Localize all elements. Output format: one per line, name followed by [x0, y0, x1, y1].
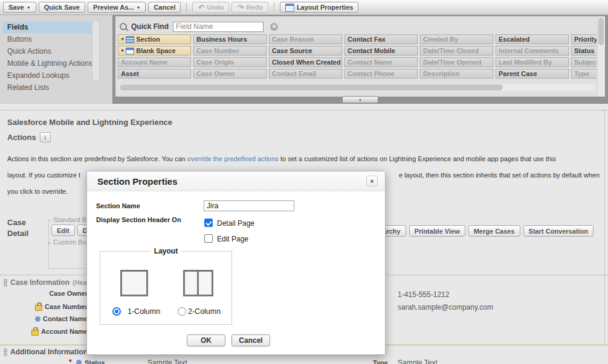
chevron-up-icon: ▲: [358, 98, 362, 101]
plus-icon: +: [121, 48, 124, 54]
sidebar-item-fields[interactable]: Fields: [2, 22, 95, 33]
toolbar: Save▼ Quick Save Preview As...▼ Cancel ↶…: [0, 0, 608, 15]
sidebar-item-buttons[interactable]: Buttons: [2, 34, 95, 45]
sidebar-item-expanded-lookups[interactable]: Expanded Lookups: [2, 70, 95, 81]
sample-phone-value: 1-415-555-1212: [398, 290, 449, 299]
override-predefined-actions-link[interactable]: override the predefined actions: [187, 155, 279, 162]
palette-item[interactable]: Escalated: [496, 34, 569, 44]
required-marker: *: [69, 358, 72, 364]
palette-item[interactable]: Contact Mobile: [344, 46, 418, 56]
sidebar-item-related-lists[interactable]: Related Lists: [2, 82, 95, 94]
palette-grid: +Section +Blank Space Account Name Asset…: [118, 34, 597, 80]
one-column-preview: [120, 270, 148, 296]
scrollbar-thumb[interactable]: [120, 85, 503, 91]
palette-item[interactable]: Business Hours: [193, 34, 267, 44]
palette-item: Case Reason: [269, 34, 342, 44]
dialog-header[interactable]: Section Properties ×: [87, 171, 385, 191]
preview-as-button[interactable]: Preview As...▼: [88, 2, 146, 13]
search-icon: [120, 23, 127, 30]
sample-email-value: sarah.sample@company.com: [398, 303, 493, 311]
palette-item[interactable]: Case Source: [269, 46, 342, 56]
field-dot-icon: [35, 316, 40, 322]
palette-column: Case Reason Case Source Closed When Crea…: [269, 34, 342, 80]
palette-item: Contact Email: [269, 69, 342, 78]
sidebar-item-mobile-lightning-actions[interactable]: Mobile & Lightning Actions: [2, 58, 95, 69]
printable-view-button[interactable]: Printable View: [409, 225, 465, 237]
dialog-cancel-button[interactable]: Cancel: [231, 334, 270, 346]
two-column-label: 2-Column: [188, 307, 221, 316]
section-name-input[interactable]: [204, 200, 294, 211]
palette-item[interactable]: Parent Case: [496, 69, 569, 78]
close-icon[interactable]: ×: [366, 176, 378, 187]
palette-item: Type: [571, 69, 597, 78]
field-dot-icon: [76, 360, 82, 364]
palette-column: +Section +Blank Space Account Name Asset: [118, 34, 191, 80]
blank-space-icon: [126, 48, 134, 54]
cancel-button[interactable]: Cancel: [148, 2, 181, 13]
palette-sidebar: Fields Buttons Quick Actions Mobile & Li…: [0, 14, 112, 104]
palette-item[interactable]: Contact Fax: [344, 34, 418, 44]
palette-item[interactable]: Status: [571, 46, 597, 56]
palette-body: Quick Find ✕ +Section +Blank Space Accou…: [115, 16, 605, 97]
plus-icon: +: [121, 37, 124, 42]
type-field-label: Type: [373, 359, 388, 364]
info-icon[interactable]: i: [40, 132, 51, 142]
palette-item[interactable]: Closed When Created: [269, 57, 342, 67]
layout-fieldset: Layout 1-Column 2-Column: [100, 251, 232, 325]
clear-search-icon[interactable]: ✕: [270, 23, 278, 31]
palette-item: Contact Name: [344, 57, 418, 67]
quick-find-input[interactable]: [173, 22, 264, 32]
palette-collapse-handle[interactable]: ▲: [342, 96, 378, 103]
palette-item[interactable]: Priority: [571, 34, 597, 44]
detail-page-checkbox[interactable]: [204, 219, 213, 227]
palette-item[interactable]: Asset: [118, 69, 191, 78]
case-detail-title: Case Detail: [7, 217, 28, 239]
actions-note-line2-left: layout. If you customize t: [7, 171, 80, 179]
palette-item-section[interactable]: +Section: [118, 34, 191, 44]
layout-legend: Layout: [150, 247, 181, 255]
palette-vertical-scrollbar[interactable]: [597, 16, 605, 97]
drag-handle-icon[interactable]: [4, 348, 7, 356]
one-column-radio[interactable]: [112, 307, 121, 316]
palette-item: Created By: [420, 34, 493, 44]
edit-page-checkbox[interactable]: [204, 234, 213, 243]
palette-horizontal-scrollbar[interactable]: [118, 84, 597, 91]
scrollbar-thumb[interactable]: [598, 18, 604, 45]
additional-information-header[interactable]: Additional Information: [4, 348, 88, 356]
page-layout-editor: { "toolbar": { "save": "Save","quick_sav…: [0, 0, 608, 364]
palette-column: Priority Status Subject Type: [571, 34, 597, 80]
save-button[interactable]: Save▼: [3, 2, 36, 13]
case-information-title: Case Information: [10, 278, 70, 287]
palette-item: Case Number: [193, 46, 267, 56]
sidebar-item-quick-actions[interactable]: Quick Actions: [2, 46, 95, 57]
chevron-down-icon: ▼: [27, 5, 31, 10]
palette-item-blank-space[interactable]: +Blank Space: [118, 46, 191, 56]
layout-properties-button[interactable]: Layout Properties: [280, 2, 359, 13]
canvas-right-border: [604, 110, 605, 345]
palette-item: Contact Phone: [344, 69, 418, 78]
palette-column: Created By Date/Time Closed Date/Time Op…: [420, 34, 493, 80]
palette-panel: Fields Buttons Quick Actions Mobile & Li…: [0, 14, 608, 104]
drag-handle-icon[interactable]: [4, 279, 7, 287]
field-case-number[interactable]: Case Number: [4, 302, 88, 311]
canvas-top-border: [0, 110, 608, 110]
palette-frame: Quick Find ✕ +Section +Blank Space Accou…: [112, 14, 608, 104]
field-case-owner[interactable]: Case Owner: [4, 290, 88, 297]
field-account-name[interactable]: Account Name: [4, 327, 88, 336]
palette-item: Case Owner: [193, 69, 267, 78]
palette-item: Account Name: [118, 57, 191, 67]
sidebar-scrollbar[interactable]: [92, 21, 100, 81]
edit-page-label: Edit Page: [217, 235, 248, 243]
redo-icon: ↷: [237, 4, 244, 11]
palette-item: Description: [420, 69, 493, 78]
toolbar-divider: [274, 2, 274, 12]
merge-cases-button[interactable]: Merge Cases: [468, 225, 520, 237]
edit-button[interactable]: Edit: [51, 225, 75, 236]
start-conversation-button[interactable]: Start Conversation: [523, 225, 593, 237]
two-column-radio[interactable]: [178, 307, 186, 316]
ok-button[interactable]: OK: [187, 334, 225, 346]
actions-note-line2-right: e layout, then this section inherits tha…: [399, 171, 600, 179]
field-contact-name[interactable]: Contact Name: [4, 315, 88, 322]
quick-save-button[interactable]: Quick Save: [39, 2, 85, 13]
palette-column: Escalated Internal Comments Last Modifie…: [496, 34, 569, 80]
